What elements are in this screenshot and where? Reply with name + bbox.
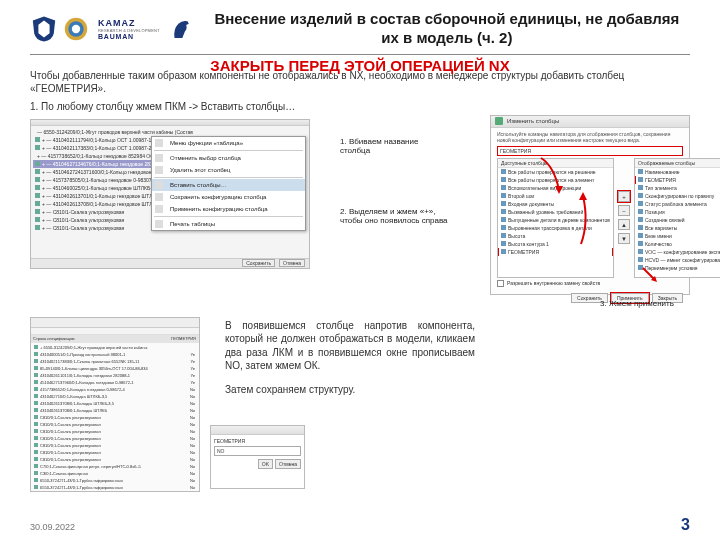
body-paragraph-2: Затем сохраняем структуру. [225,383,475,397]
shot1-toolbar [31,120,309,126]
shown-column-item[interactable]: VOC — конфигурирование экспертов после [635,248,720,256]
structure-row[interactable]: 4310402611011/0;1-Колодка гнездовая 2820… [32,372,198,379]
footer-date: 30.09.2022 [30,522,75,532]
context-menu-item[interactable]: Сохранить конфигурацию столбца [152,191,305,203]
structure-row[interactable]: 85-09140/0;1-Клапан цилиндра 3056m-OCT 1… [32,365,198,372]
annotation-3: 3. Жмем применить [600,299,690,309]
screenshot-structure-table: Строка спецификацииГЕОМЕТРИЯ + 6550-3124… [30,317,200,492]
shown-column-item[interactable]: Создание связей [635,216,720,224]
body-text: В появившемся столбце напротив компонент… [225,319,475,397]
structure-row[interactable]: С3/0;1-Скалка фильтрнаяNo [32,470,198,477]
structure-row[interactable]: 45104627137960/0;1-Колодка гнездовая 0-9… [32,379,198,386]
structure-row[interactable]: 6550-3724271-43/0;1-Трубка гафрированных… [32,477,198,484]
context-menu-item[interactable]: Меню функции «таблица» [152,137,305,149]
shown-column-item[interactable]: Тип элемента [635,184,720,192]
horse-logo [168,16,194,42]
svg-point-2 [72,25,80,33]
structure-row[interactable]: С810/0;1-Скалка ультрозвуковаяNo [32,442,198,449]
brand-logos: KAMAZ RESEARCH & DEVELOPMENT BAUMAN [30,15,194,43]
shot3-columns-header: Строка спецификацииГЕОМЕТРИЯ [31,335,199,343]
screenshot-cell-editor: ГЕОМЕТРИЯ NO OK Отмена [210,425,305,489]
gear-emblem-logo [62,15,90,43]
red-arrow-1 [539,156,569,197]
shown-column-item[interactable]: ГЕОМЕТРИЯ [635,176,720,184]
dialog-icon [495,117,503,125]
context-menu: Меню функции «таблица»Отменить выбор сто… [151,136,306,231]
structure-row[interactable]: С810/0;1-Скалка ультрозвуковаяNo [32,456,198,463]
shot1-cancel-button[interactable]: Отмена [279,259,305,267]
annotation-1: 1. Вбиваем название столбца [340,137,440,156]
column-search-input[interactable]: ГЕОМЕТРИЯ [497,146,683,156]
context-menu-item[interactable]: Печать таблицы [152,218,305,230]
shown-column-item[interactable]: Сконфигурирован по правилу [635,192,720,200]
structure-row[interactable]: С7/0;1-Скалка фильтрная регул. нерегул/Н… [32,463,198,470]
shown-column-item[interactable]: HCVD — имеет сконфигурированные данные [635,256,720,264]
structure-row[interactable]: 4310402613708/0;1-Колодка ШТЛКБ-3,5No [32,400,198,407]
structure-row[interactable]: С810/0;1-Скалка ультрозвуковаяNo [32,428,198,435]
shot4-value-input[interactable]: NO [214,446,301,456]
intro-text-2: 1. По любому столбцу жмем ПКМ -> Вставит… [30,101,690,112]
context-menu-item[interactable]: Применить конфигурацию столбца [152,203,305,215]
shot3-toolbar [31,328,199,335]
structure-row[interactable]: + 6550-3124209/0;1-Жгут проводов верхней… [32,344,198,351]
slide-title: Внесение изделий в состав сборочной един… [194,10,690,48]
kamaz-shield-logo [30,15,58,43]
shot1-footer: Сохранить Отмена [31,258,309,268]
available-column-item[interactable]: ГЕОМЕТРИЯ [498,248,613,256]
move-down-button[interactable]: ▼ [618,233,630,244]
remove-column-button[interactable]: − [618,205,630,216]
dialog-title: Изменить столбцы [507,118,559,124]
shown-column-item[interactable]: Наименование [635,168,720,176]
structure-row[interactable]: 4310402613708/0;1-Колодка ШТЛКБNo [32,407,198,414]
dialog-titlebar: Изменить столбцы [491,116,689,128]
shown-columns-header: Отображаемые столбцы [635,159,720,168]
add-column-button[interactable]: + [618,191,630,202]
structure-row[interactable]: С810/0;1-Скалка ультрозвуковаяNo [32,449,198,456]
red-arrow-3 [641,266,661,287]
screenshot-columns-dialog: Изменить столбцы Используйте команды нав… [490,115,690,295]
brand-line3: BAUMAN [98,33,134,40]
structure-row[interactable]: С810/0;1-Скалка ультрозвуковаяNo [32,435,198,442]
shown-column-item[interactable]: Безе имени [635,232,720,240]
annotation-2: 2. Выделяем и жмем «+», чтобы оно появил… [340,207,460,226]
context-menu-item[interactable]: Вставить столбцы… [152,179,305,191]
shown-column-item[interactable]: Позиция [635,208,720,216]
allow-replace-label: Разрешить внутреннюю замену свойств [507,280,600,286]
shot4-field-label: ГЕОМЕТРИЯ [214,438,301,444]
screenshot-tree-contextmenu: — 6550-3124209/0;1-Жгут проводов верхней… [30,119,310,269]
structure-row[interactable]: 4157738652/0;1-Колодка гнездовая 0-98672… [32,386,198,393]
shown-columns-list[interactable]: Отображаемые столбцы НаименованиеГЕОМЕТР… [634,158,720,278]
page-number: 3 [681,516,690,534]
kamaz-bauman-text-logo: KAMAZ RESEARCH & DEVELOPMENT BAUMAN [98,18,160,40]
red-arrow-2 [579,192,605,249]
transfer-buttons: + − ▲ ▼ [618,158,630,278]
dialog-description: Используйте команды навигатора для отобр… [491,128,689,146]
structure-row[interactable]: 6550-3724271-43/0;1-Трубка гафрированных… [32,484,198,491]
structure-row[interactable]: 4310400051/0;1-Провод контрольный 38001-… [32,351,198,358]
structure-row[interactable]: 4310402710/0;1-Колодка ШТЛКБ-3,5No [32,393,198,400]
shown-column-item[interactable]: Количество [635,240,720,248]
shot4-cancel-button[interactable]: Отмена [275,459,301,469]
body-paragraph-1: В появившемся столбце напротив компонент… [225,319,475,373]
allow-replace-checkbox[interactable] [497,280,504,287]
warning-title: ЗАКРЫТЬ ПЕРЕД ЭТОЙ ОПЕРАЦИЕЙ NX [0,57,720,75]
brand-line1: KAMAZ [98,18,136,28]
move-up-button[interactable]: ▲ [618,219,630,230]
structure-row[interactable]: С810/0;1-Скалка ультрозвуковаяNo [32,421,198,428]
slide-content: ЗАКРЫТЬ ПЕРЕД ЭТОЙ ОПЕРАЦИЕЙ NX Чтобы до… [0,55,720,495]
structure-row[interactable]: 4310402117383/0;1-Скалка прокатная 6552N… [32,358,198,365]
shown-column-item[interactable]: Все варианты [635,224,720,232]
shot4-ok-button[interactable]: OK [258,459,273,469]
shot1-save-button[interactable]: Сохранить [242,259,275,267]
structure-row[interactable]: С810/0;1-Скалка ультрозвуковаяNo [32,414,198,421]
shot3-titlebar [31,318,199,328]
shot4-titlebar [211,426,304,435]
shown-column-item[interactable]: Статус разблока элемента [635,200,720,208]
slide-header: KAMAZ RESEARCH & DEVELOPMENT BAUMAN Внес… [0,0,720,54]
context-menu-item[interactable]: Удалить этот столбец [152,164,305,176]
tree-root[interactable]: — 6550-3124209/0;1-Жгут проводов верхней… [33,128,193,136]
context-menu-item[interactable]: Отменить выбор столбца [152,152,305,164]
